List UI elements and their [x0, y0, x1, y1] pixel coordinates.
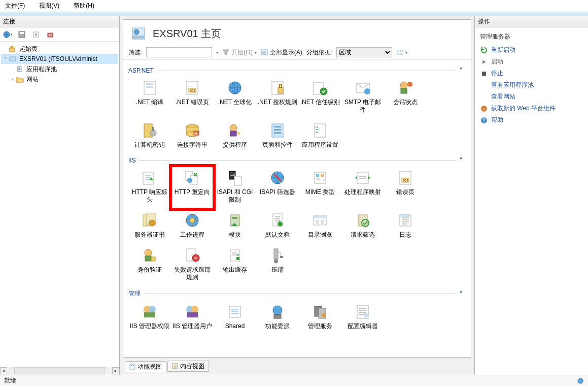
feature-item[interactable]: 提供程序 [214, 119, 256, 154]
left-scrollbar[interactable]: ◄► [0, 367, 119, 375]
svg-rect-17 [397, 53, 399, 55]
feature-item[interactable]: Shared [214, 300, 256, 335]
svg-point-83 [145, 249, 152, 256]
save-button[interactable] [16, 29, 27, 40]
feature-label: 计算机密钥 [134, 141, 165, 149]
svg-text:CGI: CGI [230, 173, 235, 176]
svg-rect-48 [274, 126, 281, 127]
feature-item[interactable]: 服务器证书 [128, 209, 171, 244]
tree-expander[interactable]: › [9, 77, 15, 82]
action-start[interactable]: 启动 [480, 56, 583, 68]
feature-item[interactable]: 页面和控件 [256, 119, 299, 154]
feature-item[interactable]: IIS 管理器权限 [128, 300, 171, 335]
feature-item[interactable]: .NET 编译 [128, 76, 171, 119]
feature-item[interactable]: 404错误页 [384, 166, 427, 209]
svg-rect-106 [130, 364, 135, 369]
delete-button[interactable] [45, 29, 56, 40]
feature-icon [395, 79, 416, 96]
feature-item[interactable]: 计算机密钥 [128, 119, 171, 154]
svg-rect-39 [152, 127, 154, 131]
feature-item[interactable]: IIS 管理器用户 [171, 300, 214, 335]
feature-item[interactable]: ♪MIME 类型 [299, 166, 341, 209]
tree-start-page[interactable]: 起始页 [1, 44, 118, 54]
groupby-select[interactable]: 区域 [336, 47, 392, 57]
feature-item[interactable]: HTTP 响应标头 [128, 166, 171, 209]
feature-item[interactable]: 模块 [214, 209, 256, 244]
group-header-iis[interactable]: IIS˄ [128, 157, 466, 164]
collapse-icon[interactable]: ˄ [457, 157, 466, 164]
connections-tree: 起始页 ˅ EXSRV01 (ITSOUL\Administ 应用程序池 › 网… [0, 42, 119, 367]
feature-item[interactable]: 配置编辑器 [341, 300, 384, 335]
feature-label: 默认文档 [265, 231, 290, 239]
svg-point-93 [149, 306, 156, 313]
refresh-button[interactable] [30, 29, 42, 40]
collapse-icon[interactable]: ˄ [457, 291, 466, 298]
feature-item[interactable]: 日志 [384, 209, 427, 244]
svg-rect-97 [187, 312, 198, 317]
action-web-platform[interactable]: i 获取新的 Web 平台组件 [480, 103, 583, 114]
tree-app-pools[interactable]: 应用程序池 [1, 64, 118, 74]
menu-help[interactable]: 帮助(H) [71, 1, 97, 11]
feature-item[interactable]: 目录浏览 [299, 209, 341, 244]
feature-item[interactable]: .NET 授权规则 [256, 76, 299, 119]
collapse-icon[interactable]: ˄ [457, 67, 466, 74]
feature-item[interactable]: .NET 信任级别 [299, 76, 341, 119]
feature-icon [310, 79, 330, 96]
feature-item[interactable]: HTTP 重定向 [171, 166, 214, 209]
view-style-button[interactable]: ▾ [396, 49, 407, 55]
action-view-apppools[interactable]: 查看应用程序池 [480, 79, 583, 91]
delete-icon [47, 31, 54, 38]
tree-expander[interactable]: ˅ [2, 56, 8, 62]
action-help[interactable]: ? 帮助 [480, 114, 583, 126]
feature-item[interactable]: .NET 全球化 [214, 76, 256, 119]
svg-point-36 [407, 82, 412, 87]
feature-item[interactable]: 输出缓存 [214, 244, 256, 286]
feature-label: MIME 类型 [305, 188, 335, 196]
feature-item[interactable]: 应用程序设置 [299, 119, 341, 154]
tree-sites[interactable]: › 网站 [1, 74, 118, 84]
feature-item[interactable]: 工作进程 [171, 209, 214, 244]
feature-label: 页面和控件 [262, 141, 293, 149]
group-header-aspnet[interactable]: ASP.NET˄ [128, 67, 466, 74]
feature-icon [267, 79, 288, 96]
filter-dropdown[interactable]: ▾ [216, 50, 218, 55]
tab-features-view[interactable]: 功能视图 [125, 361, 166, 372]
svg-point-70 [149, 220, 155, 226]
feature-icon [140, 122, 160, 139]
connect-button[interactable]: ▾ [2, 29, 13, 40]
feature-item[interactable]: 压缩 [256, 244, 299, 286]
action-stop[interactable]: 停止 [480, 68, 583, 79]
group-header-mgmt[interactable]: 管理˄ [128, 289, 466, 298]
feature-item[interactable]: 404.NET 错误页 [171, 76, 214, 119]
tab-content-view[interactable]: 内容视图 [167, 361, 209, 372]
feature-item[interactable]: CGIISAPI 和 CGI 限制 [214, 166, 256, 209]
feature-item[interactable]: 处理程序映射 [341, 166, 384, 209]
menu-view[interactable]: 视图(V) [36, 1, 62, 11]
tree-server-node[interactable]: ˅ EXSRV01 (ITSOUL\Administ [1, 54, 118, 64]
feature-item[interactable]: 会话状态 [384, 76, 427, 119]
filter-input[interactable] [146, 47, 212, 57]
feature-item[interactable]: 失败请求跟踪规则 [171, 244, 214, 286]
feature-label: 连接字符串 [177, 141, 207, 149]
feature-icon [225, 247, 245, 264]
show-all-button[interactable]: 全部显示(A) [261, 48, 302, 57]
connections-header: 连接 [0, 16, 119, 27]
feature-item[interactable]: 默认文档 [256, 209, 299, 244]
feature-item[interactable]: 身份验证 [128, 244, 171, 286]
feature-item[interactable]: 请求筛选 [341, 209, 384, 244]
feature-item[interactable]: 功能委派 [256, 300, 299, 335]
feature-item[interactable]: 管理服务 [299, 300, 341, 335]
action-view-sites[interactable]: 查看网站 [480, 91, 583, 103]
svg-text:i: i [483, 106, 485, 112]
feature-item[interactable]: SMTP 电子邮件 [341, 76, 384, 119]
svg-text:♪: ♪ [323, 177, 325, 182]
action-restart[interactable]: 重新启动 [480, 44, 583, 56]
svg-rect-28 [278, 87, 283, 93]
home-icon [8, 45, 17, 53]
center-panel: EXSRV01 主页 筛选: ▾ 开始(G) ▾ 全部显示(A) 分组依据: 区… [120, 16, 474, 375]
go-button[interactable]: 开始(G) ▾ [222, 48, 256, 57]
feature-item[interactable]: ab连接字符串 [171, 119, 214, 154]
feature-item[interactable]: ISAPI 筛选器 [256, 166, 299, 209]
svg-point-55 [187, 178, 192, 183]
menu-file[interactable]: 文件(F) [2, 1, 28, 11]
